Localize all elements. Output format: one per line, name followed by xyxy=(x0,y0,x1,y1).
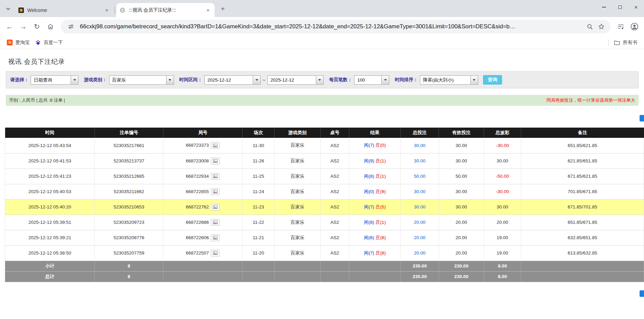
result-player: 闲(9) xyxy=(364,158,374,163)
column-header: 场次 xyxy=(243,128,275,138)
dropdown-button[interactable] xyxy=(253,76,260,84)
site-info-icon[interactable] xyxy=(68,24,74,30)
film-icon xyxy=(213,220,218,224)
cell-payout: -30.00 xyxy=(484,184,521,199)
baidu-icon xyxy=(35,40,41,45)
select-label: 请选择： xyxy=(10,77,29,83)
cell-result: 闲(8) 庄(1) xyxy=(349,169,401,184)
video-replay-button[interactable] xyxy=(211,234,220,241)
media-controls-icon[interactable] xyxy=(614,20,628,33)
result-banker: 庄(8) xyxy=(376,235,386,240)
video-replay-button[interactable] xyxy=(211,250,220,257)
total-bet-link[interactable]: 20.00 xyxy=(414,220,426,225)
cell-valid-bet: 30.00 xyxy=(439,199,484,215)
cell-bet-id: 523035210653 xyxy=(95,199,163,215)
video-replay-button[interactable] xyxy=(211,142,220,149)
table-row: 2025-12-12 05:38:50523035207759668722507… xyxy=(5,245,644,261)
dropdown-button[interactable] xyxy=(316,76,323,84)
video-replay-button[interactable] xyxy=(211,158,220,164)
sort-select[interactable]: 降幂(由大到小) xyxy=(420,75,478,85)
profile-avatar[interactable] xyxy=(628,20,641,33)
cell-game-type: 百家乐 xyxy=(275,169,321,184)
reload-button[interactable]: ↻ xyxy=(30,20,44,33)
cell-total-bet: 30.00 xyxy=(401,153,439,169)
cell-total-bet: 20.00 xyxy=(401,230,439,245)
window-maximize-button[interactable] xyxy=(612,0,628,14)
total-bet-link[interactable]: 20.00 xyxy=(414,250,426,256)
video-replay-button[interactable] xyxy=(211,204,220,211)
bookmark-taobao[interactable]: 淘 爱淘宝 xyxy=(4,38,32,47)
round-number: 668722686 xyxy=(186,219,209,224)
total-bet-link[interactable]: 20.00 xyxy=(414,235,426,240)
footer-total-bet: 230.00 xyxy=(401,271,439,282)
cell-table-no: AS2 xyxy=(321,169,349,184)
date-end-input[interactable]: 2025-12-12 xyxy=(267,75,324,85)
forward-button[interactable]: → xyxy=(16,20,30,33)
cell-game-type: 百家乐 xyxy=(275,230,321,245)
cell-table-no: AS2 xyxy=(321,215,349,230)
tab-betrecord[interactable]: :::视讯 会员下注纪录::: × xyxy=(116,3,215,17)
table-row: 2025-12-12 05:39:21523035208776668722606… xyxy=(5,230,644,245)
subtotal-row: 小计8230.00230.008.00 xyxy=(5,261,644,271)
window-controls: × xyxy=(596,0,644,14)
dropdown-button[interactable] xyxy=(71,76,78,84)
cell-payout: -30.00 xyxy=(484,138,521,153)
scroll-indicator-top[interactable] xyxy=(640,115,644,121)
tab-close-icon[interactable]: × xyxy=(104,7,110,13)
cell-round: 668723008 xyxy=(163,153,243,169)
all-bookmarks-button[interactable]: 所有书 xyxy=(611,38,640,47)
url-input[interactable]: 66cxkj98.com/game/betrecord_search/kind3… xyxy=(80,23,584,30)
window-close-button[interactable]: × xyxy=(628,0,644,14)
cell-note: 701.85/671.85 xyxy=(521,184,644,199)
tab-search-button[interactable] xyxy=(3,4,13,14)
total-bet-link[interactable]: 30.00 xyxy=(414,143,426,148)
new-tab-button[interactable]: + xyxy=(218,4,228,14)
result-banker: 庄(1) xyxy=(376,220,386,225)
footer-empty xyxy=(163,271,243,282)
table-row: 2025-12-12 05:41:23523035212685668722934… xyxy=(5,169,644,184)
tab-welcome[interactable]: Welcome × xyxy=(15,3,113,17)
total-bet-link[interactable]: 30.00 xyxy=(414,204,426,209)
game-type-select[interactable]: 百家乐 xyxy=(109,75,174,85)
video-replay-button[interactable] xyxy=(211,188,220,195)
cell-round: 668722762 xyxy=(163,199,243,215)
footer-empty xyxy=(163,261,243,271)
back-button[interactable]: ← xyxy=(3,20,16,33)
total-bet-link[interactable]: 30.00 xyxy=(414,158,426,163)
result-player: 闲(7) xyxy=(364,250,374,256)
bookmark-star-icon[interactable] xyxy=(598,23,605,30)
sort-value: 降幂(由大到小) xyxy=(420,76,470,84)
scroll-indicator-bottom[interactable] xyxy=(640,290,644,297)
date-query-select[interactable]: 日期查询 xyxy=(31,75,78,85)
bookmark-label: 爱淘宝 xyxy=(15,40,30,46)
page-size-select[interactable]: 100 xyxy=(354,75,389,85)
dropdown-button[interactable] xyxy=(470,76,478,84)
tab-close-icon[interactable]: × xyxy=(205,7,211,13)
round-number: 668722934 xyxy=(186,173,209,178)
cell-time: 2025-12-12 05:38:50 xyxy=(5,245,95,261)
cell-round: 668722507 xyxy=(163,245,243,261)
bookmark-label: 百度一下 xyxy=(44,40,63,46)
search-button[interactable]: 查询 xyxy=(483,75,502,85)
window-minimize-button[interactable] xyxy=(596,0,612,14)
address-bar[interactable]: 66cxkj98.com/game/betrecord_search/kind3… xyxy=(61,20,611,33)
total-bet-link[interactable]: 50.00 xyxy=(414,174,426,179)
maximize-icon xyxy=(618,5,622,9)
column-header: 局号 xyxy=(163,128,243,138)
cell-valid-bet: 20.00 xyxy=(439,230,484,245)
caret-down-icon xyxy=(473,79,475,81)
total-bet-link[interactable]: 30.00 xyxy=(414,189,426,194)
zoom-icon[interactable] xyxy=(587,24,593,30)
video-replay-button[interactable] xyxy=(211,219,220,226)
date-query-value: 日期查询 xyxy=(31,76,71,84)
video-replay-button[interactable] xyxy=(211,173,220,180)
table-header-row: 时间注单编号局号场次游戏类别桌号结果总投注有效投注总派彩备注 xyxy=(5,128,644,138)
cell-session: 11-22 xyxy=(243,215,275,230)
dropdown-button[interactable] xyxy=(166,76,174,84)
home-button[interactable] xyxy=(44,20,57,33)
cell-note: 671.85/621.85 xyxy=(521,169,644,184)
date-start-input[interactable]: 2025-12-12 xyxy=(204,75,261,85)
bookmark-baidu[interactable]: 百度一下 xyxy=(32,38,65,47)
cell-game-type: 百家乐 xyxy=(275,153,321,169)
dropdown-button[interactable] xyxy=(381,76,389,84)
